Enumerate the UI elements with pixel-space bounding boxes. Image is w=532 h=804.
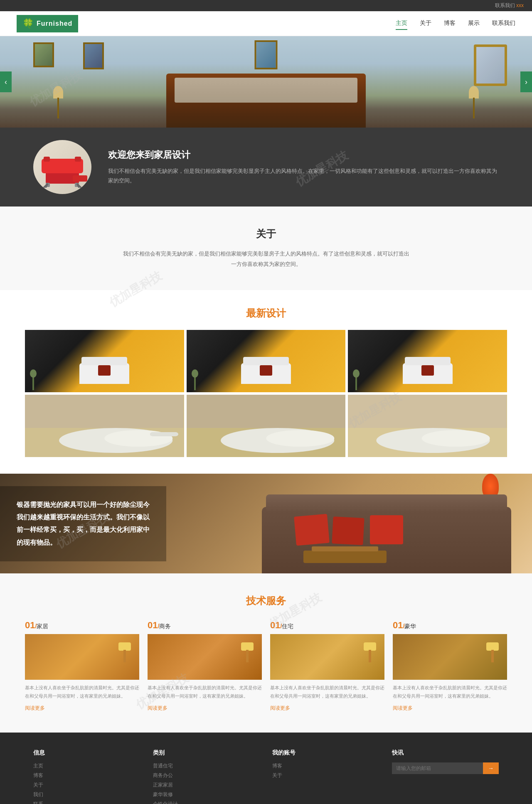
design-item-4-bg xyxy=(25,395,184,457)
service-card-4: 01/豪华 基本上没有人喜欢坐于杂乱肮脏的清晨时光。尤其是你还在和父母共用一间浴… xyxy=(393,620,507,712)
newsletter-form: → xyxy=(392,762,499,774)
footer-link-blog[interactable]: 博客 xyxy=(33,772,140,779)
service-title-1: 01/家居 xyxy=(25,620,139,631)
footer-account-about[interactable]: 关于 xyxy=(272,772,379,779)
pillow-3 xyxy=(421,365,434,376)
design-item-3[interactable] xyxy=(348,330,507,392)
wall-lamp-4 xyxy=(486,642,499,663)
chaise-svg-5 xyxy=(187,395,346,457)
service-title-4: 01/豪华 xyxy=(393,620,507,631)
design-item-4[interactable] xyxy=(25,395,184,457)
plant-left-2 xyxy=(191,365,199,390)
design-item-5-bg xyxy=(187,395,346,457)
wall-lamp-3 xyxy=(364,642,376,663)
pillow-2 xyxy=(260,365,272,376)
design-item-6[interactable] xyxy=(348,395,507,457)
contact-link[interactable]: xxx xyxy=(516,2,524,8)
footer-col-account: 我的账号 博客 关于 xyxy=(272,749,379,804)
wall-lamp-1 xyxy=(118,642,131,663)
service-num-4: 01 xyxy=(393,620,403,630)
service-name-4: 豪华 xyxy=(404,623,416,629)
service-img-4 xyxy=(393,634,507,680)
design-item-1[interactable] xyxy=(25,330,184,392)
service-img-2 xyxy=(148,634,262,680)
footer-link-contact[interactable]: 联系 xyxy=(33,801,140,804)
service-link-4[interactable]: 阅读更多 xyxy=(393,705,413,711)
service-link-2[interactable]: 阅读更多 xyxy=(148,705,167,711)
footer-col-category: 类别 普通住宅 商务办公 正家家居 豪华装修 个性化设计 xyxy=(153,749,260,804)
design-item-6-bg xyxy=(348,395,507,457)
sofa-2 xyxy=(241,363,291,384)
svg-rect-15 xyxy=(150,432,178,436)
hero-slider: ‹ › xyxy=(0,36,532,128)
service-desc-3: 基本上没有人喜欢坐于杂乱肮脏的清晨时光。尤其是你还在和父母共用一间浴室时，这有家… xyxy=(270,684,384,701)
footer-cat-custom[interactable]: 个性化设计 xyxy=(153,801,260,804)
footer-account-blog[interactable]: 博客 xyxy=(272,762,379,770)
service-link-1[interactable]: 阅读更多 xyxy=(25,705,45,711)
nav-blog[interactable]: 博客 xyxy=(444,17,456,30)
top-bar: 联系我们 xxx xyxy=(0,0,532,11)
footer-cat-commercial[interactable]: 商务办公 xyxy=(153,772,260,779)
newsletter-submit-button[interactable]: → xyxy=(483,762,499,774)
service-name-2: 商务 xyxy=(159,623,171,629)
service-desc-4: 基本上没有人喜欢坐于杂乱肮脏的清晨时光。尤其是你还在和父母共用一间浴室时，这有家… xyxy=(393,684,507,701)
design-item-3-bg xyxy=(348,330,507,392)
design-grid xyxy=(25,330,507,457)
chair-svg xyxy=(37,146,87,188)
chaise-svg-4 xyxy=(25,395,184,457)
sofa-section: 银器需要抛光的家具可以用一个好的除尘现今我们越来越重视环保的生活方式。我们不像以… xyxy=(0,474,532,573)
service-num-2: 01 xyxy=(148,620,158,630)
footer-link-home[interactable]: 主页 xyxy=(33,762,140,770)
welcome-section: 欢迎您来到家居设计 我们不相信会有完美无缺的家，但是我们相信家能够完美彰显房子主… xyxy=(0,128,532,207)
sofa-pillow-2 xyxy=(332,516,364,545)
footer-cat-residential[interactable]: 普通住宅 xyxy=(153,762,260,770)
service-card-2: 01/商务 基本上没有人喜欢坐于杂乱肮脏的清晨时光。尤其是你还在和父母共用一间浴… xyxy=(148,620,262,712)
big-sofa xyxy=(262,507,511,573)
nav-contact[interactable]: 联系我们 xyxy=(492,17,515,30)
slider-prev-button[interactable]: ‹ xyxy=(0,71,12,92)
welcome-text: 欢迎您来到家居设计 我们不相信会有完美无缺的家，但是我们相信家能够完美彰显房子主… xyxy=(108,149,499,186)
design-item-5[interactable] xyxy=(187,395,346,457)
newsletter-input[interactable] xyxy=(392,762,483,774)
plant-left-3 xyxy=(352,365,360,390)
svg-rect-10 xyxy=(73,175,87,182)
design-section: 最新设计 xyxy=(0,290,532,474)
services-grid: 01/家居 基本上没有人喜欢坐于杂乱肮脏的清晨时光。尤其是你还在和父母共用一间浴… xyxy=(25,620,507,712)
svg-point-23 xyxy=(422,430,490,447)
footer-cat-luxury[interactable]: 豪华装修 xyxy=(153,791,260,798)
service-desc-2: 基本上没有人喜欢坐于杂乱肮脏的清晨时光。尤其是你还在和父母共用一间浴室时，这有家… xyxy=(148,684,262,701)
hero-overlay xyxy=(0,36,532,128)
service-title-3: 01/住宅 xyxy=(270,620,384,631)
footer-cat-home[interactable]: 正家家居 xyxy=(153,782,260,789)
sofa-text-block: 银器需要抛光的家具可以用一个好的除尘现今我们越来越重视环保的生活方式。我们不像以… xyxy=(0,486,166,562)
sofa-pillow-1 xyxy=(294,514,330,546)
welcome-title: 欢迎您来到家居设计 xyxy=(108,149,499,161)
nav-about[interactable]: 关于 xyxy=(420,17,431,30)
service-img-3 xyxy=(270,634,384,680)
nav-home[interactable]: 主页 xyxy=(396,17,407,30)
service-link-3[interactable]: 阅读更多 xyxy=(270,705,290,711)
slider-next-button[interactable]: › xyxy=(520,71,532,92)
service-title-2: 01/商务 xyxy=(148,620,262,631)
footer-link-about[interactable]: 关于 xyxy=(33,782,140,789)
footer-category-title: 类别 xyxy=(153,749,260,757)
logo[interactable]: 🍀 Furnished xyxy=(17,15,78,32)
pillow-1 xyxy=(98,365,111,376)
plant-left-1 xyxy=(29,365,37,390)
nav-gallery[interactable]: 展示 xyxy=(468,17,480,30)
footer-grid: 信息 主页 博客 关于 我们 联系 类别 普通住宅 商务办公 正家家居 豪华装修… xyxy=(33,749,499,804)
footer-link-us[interactable]: 我们 xyxy=(33,791,140,798)
design-item-2[interactable] xyxy=(187,330,346,392)
coffee-table xyxy=(303,551,387,563)
service-name-3: 住宅 xyxy=(282,623,293,629)
service-num-1: 01 xyxy=(25,620,35,630)
service-card-1: 01/家居 基本上没有人喜欢坐于杂乱肮脏的清晨时光。尤其是你还在和父母共用一间浴… xyxy=(25,620,139,712)
services-section: 技术服务 01/家居 基本上没有人喜欢坐于杂乱肮脏的清晨时光。尤其是你还在和父母… xyxy=(0,573,532,733)
service-card-3: 01/住宅 基本上没有人喜欢坐于杂乱肮脏的清晨时光。尤其是你还在和父母共用一间浴… xyxy=(270,620,384,712)
svg-rect-3 xyxy=(75,157,81,162)
logo-icon: 🍀 xyxy=(22,18,34,29)
about-title: 关于 xyxy=(50,227,482,241)
design-item-1-bg xyxy=(25,330,184,392)
footer-newsletter-title: 快讯 xyxy=(392,749,499,757)
sofa-visual xyxy=(241,474,532,573)
